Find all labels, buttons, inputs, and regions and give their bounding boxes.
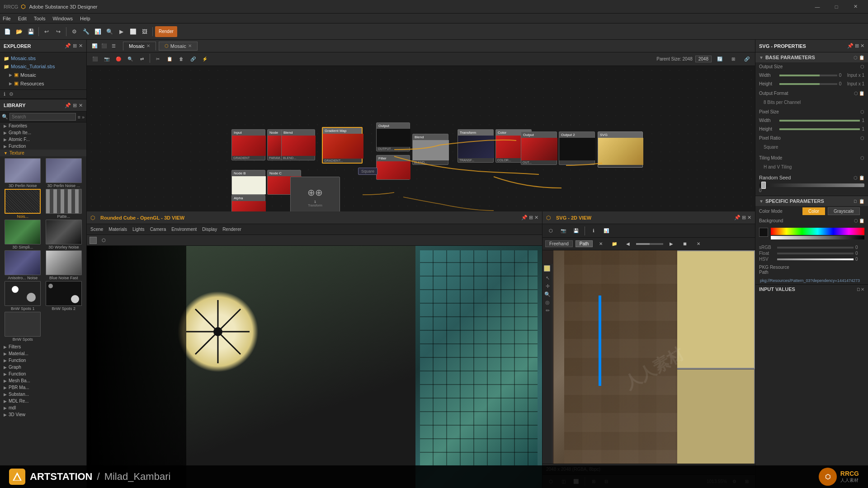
lib-item-3dperlin2[interactable]: 3D Perlin Noise ... (44, 158, 84, 188)
view-2d-pin[interactable]: 📌 (734, 215, 741, 221)
pin-library-icon[interactable]: 📌 (65, 103, 71, 108)
output-format-icon[interactable]: ⬡ (854, 91, 858, 96)
view-3d-pin[interactable]: 📌 (521, 215, 528, 221)
color-swatch-black[interactable] (759, 228, 768, 237)
view-3d-tool-1[interactable]: ⬡ (98, 235, 109, 246)
float-slider[interactable] (777, 253, 854, 254)
base-params-icon-2[interactable]: 📋 (859, 55, 864, 60)
cat-3dview[interactable]: ▶ 3D View (0, 411, 86, 418)
node-tool-1[interactable]: ⬛ (90, 54, 100, 65)
view-3d-canvas[interactable] (87, 246, 542, 488)
hue-bar[interactable] (771, 228, 864, 235)
side-tool-arrow[interactable]: ↖ (544, 274, 551, 282)
pixel-ratio-icon[interactable]: ⬡ (860, 136, 864, 141)
maximize-button[interactable]: □ (827, 0, 845, 14)
view-2d-icon-1[interactable]: ⬡ (546, 215, 551, 221)
path-next[interactable]: ▶ (666, 239, 677, 249)
path-slider[interactable] (636, 243, 663, 245)
cat-meshba[interactable]: ▶ Mesh Ba... (0, 377, 86, 384)
output-format-icon2[interactable]: 📋 (859, 91, 864, 96)
bg-icon2[interactable]: 📋 (859, 218, 864, 223)
cat-filters[interactable]: ▶ Filters (0, 343, 86, 350)
2d-tool-chart[interactable]: 📊 (601, 225, 612, 236)
explorer-item-resources[interactable]: ▶ ▣ Resources (0, 79, 86, 88)
base-params-icon-1[interactable]: ⬡ (854, 55, 858, 60)
menu-file[interactable]: File (3, 16, 11, 21)
lib-item-bluenoise[interactable]: Blue Noise Fast (44, 250, 84, 280)
node-right-1[interactable]: Output OUTPUT... (376, 122, 410, 151)
menu-windows[interactable]: Windows (52, 16, 73, 21)
2d-tool-2[interactable]: 📷 (558, 225, 569, 236)
minimize-button[interactable]: — (808, 0, 826, 14)
2d-tool-info[interactable]: ℹ (588, 225, 599, 236)
toolbar-btn-5[interactable]: ▶ (116, 26, 127, 37)
path-prev[interactable]: ◀ (623, 239, 633, 249)
more-icon[interactable]: » (82, 114, 85, 120)
width-slider[interactable] (779, 75, 837, 76)
pixel-height-slider[interactable] (779, 128, 860, 130)
cat-material[interactable]: ▶ Material... (0, 350, 86, 357)
node-bottom-1[interactable]: Alpha ALPHA... (231, 195, 265, 211)
random-seed-icon2[interactable]: 📋 (859, 175, 864, 180)
random-seed-handle[interactable] (761, 182, 766, 189)
view-3d-expand[interactable]: ⊞ (529, 215, 533, 221)
view-2d-close[interactable]: ✕ (747, 215, 751, 221)
node-row2-1[interactable]: Node B (231, 170, 265, 195)
node-center-main[interactable]: Gradient Map GRADIENT... (322, 127, 363, 164)
node-tool-8[interactable]: 🗑 (176, 54, 187, 65)
node-far-1[interactable]: Blend BLEND... (412, 134, 448, 165)
search-input[interactable] (9, 113, 76, 121)
toolbar-btn-2[interactable]: 🔧 (80, 26, 91, 37)
cat-graph[interactable]: ▶ Graph (0, 364, 86, 371)
explorer-item-mosaic-folder[interactable]: ▶ ▣ Mosaic (0, 70, 86, 79)
side-tool-eye[interactable]: ◎ (544, 299, 551, 306)
lib-item-pattern[interactable]: Patte... (44, 189, 84, 219)
menu-camera[interactable]: Camera (150, 227, 166, 232)
2d-tool-1[interactable]: ⬡ (545, 225, 556, 236)
toolbar-btn-7[interactable]: 🖼 (139, 26, 150, 37)
size-selector[interactable]: 2048 (695, 56, 712, 62)
menu-display[interactable]: Display (202, 227, 217, 232)
node-output-2[interactable]: Output 2 (559, 131, 595, 165)
path-close[interactable]: ✕ (595, 239, 606, 249)
node-tool-3[interactable]: 🔴 (113, 54, 124, 65)
sRGB-slider[interactable] (777, 247, 854, 249)
lib-item-bnwspots2[interactable]: BnW Spots 2 (44, 281, 84, 311)
node-editor-icon-3[interactable]: ☰ (109, 42, 118, 50)
close-button[interactable]: ✕ (846, 0, 864, 14)
specific-icon1[interactable]: 🗋 (853, 199, 858, 204)
menu-tools[interactable]: Tools (34, 16, 46, 21)
node-tool-9[interactable]: 🔗 (188, 54, 198, 65)
color-mode-grayscale-btn[interactable]: Grayscale (828, 207, 860, 215)
cat-texture[interactable]: ▼ Texture (0, 150, 86, 156)
menu-environment[interactable]: Environment (171, 227, 197, 232)
node-tool-6[interactable]: ✂ (152, 54, 163, 65)
menu-edit[interactable]: Edit (18, 16, 27, 21)
expand-icon[interactable]: ⊞ (73, 43, 77, 49)
node-square-indicator[interactable]: Square (358, 168, 377, 175)
cat-pbrma[interactable]: ▶ PBR Ma... (0, 384, 86, 391)
tab-mosaic-2[interactable]: ⬡ Mosaic ✕ (159, 42, 198, 51)
node-mid-1[interactable]: Blend BLEND... (281, 129, 315, 160)
path-play[interactable]: ✕ (693, 239, 704, 249)
node-right-2[interactable]: Filter (376, 155, 410, 180)
random-seed-icon1[interactable]: ⬡ (854, 175, 858, 180)
cat-substan[interactable]: ▶ Substan... (0, 391, 86, 398)
explorer-item-mosaic-tutorial[interactable]: 📁 Mosaic_Tutorial.sbs (0, 62, 86, 70)
prop-expand-icon[interactable]: ⊞ (855, 43, 859, 49)
toolbar-undo[interactable]: ↩ (41, 26, 52, 37)
node-input-1[interactable]: Input GRADIENT (231, 129, 265, 160)
side-tool-move[interactable]: ✛ (544, 282, 551, 290)
view-mode-square[interactable] (90, 237, 97, 244)
prop-close-icon[interactable]: ✕ (860, 43, 864, 49)
bg-icon1[interactable]: ⬡ (854, 218, 858, 223)
view-3d-close[interactable]: ✕ (534, 215, 538, 221)
tab-mosaic-2-close[interactable]: ✕ (188, 43, 192, 48)
random-seed-track[interactable] (759, 183, 864, 187)
path-btn[interactable]: Path (576, 240, 593, 247)
node-tool-refresh[interactable]: 🔄 (714, 54, 725, 65)
side-tool-pen[interactable]: ✏ (544, 307, 551, 314)
cat-mdl[interactable]: ▶ mdl (0, 404, 86, 411)
view-2d-expand[interactable]: ⊞ (742, 215, 746, 221)
input-values-icon2[interactable]: ✕ (861, 287, 864, 292)
